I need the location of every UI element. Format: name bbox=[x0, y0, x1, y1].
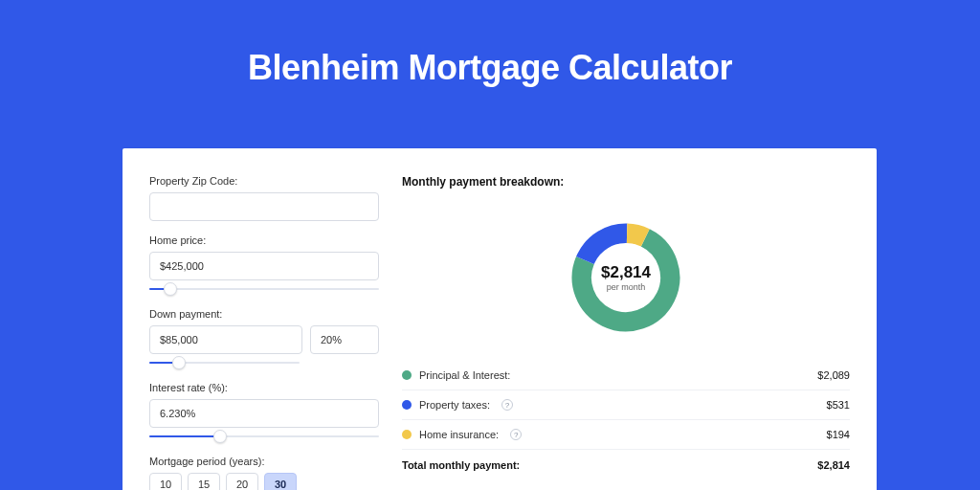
field-period: Mortgage period (years): 10152030 bbox=[149, 456, 379, 490]
period-btn-30[interactable]: 30 bbox=[264, 473, 297, 490]
breakdown-row: Principal & Interest:$2,089 bbox=[402, 360, 850, 390]
interest-input[interactable] bbox=[149, 399, 379, 428]
legend-dot bbox=[402, 370, 412, 380]
period-btn-15[interactable]: 15 bbox=[188, 473, 220, 490]
total-value: $2,814 bbox=[817, 459, 850, 471]
breakdown-row-value: $2,089 bbox=[817, 369, 850, 381]
breakdown-row: Property taxes:?$531 bbox=[402, 390, 850, 419]
home-price-input[interactable] bbox=[149, 252, 379, 280]
field-down-payment: Down payment: bbox=[149, 308, 379, 368]
calculator-card: Property Zip Code: Home price: Down paym… bbox=[122, 148, 877, 490]
interest-label: Interest rate (%): bbox=[149, 382, 379, 393]
down-payment-pct-input[interactable] bbox=[310, 325, 379, 354]
breakdown-total-row: Total monthly payment: $2,814 bbox=[402, 449, 850, 480]
legend-dot bbox=[402, 400, 412, 410]
down-payment-label: Down payment: bbox=[149, 308, 379, 320]
field-interest: Interest rate (%): bbox=[149, 382, 379, 442]
total-label: Total monthly payment: bbox=[402, 459, 520, 471]
down-payment-amount-input[interactable] bbox=[149, 325, 302, 354]
down-payment-slider[interactable] bbox=[149, 357, 300, 368]
home-price-slider-thumb[interactable] bbox=[164, 282, 177, 296]
breakdown-title: Monthly payment breakdown: bbox=[402, 175, 850, 189]
period-options: 10152030 bbox=[149, 473, 379, 490]
breakdown-row-label: Principal & Interest: bbox=[419, 369, 510, 381]
donut-amount: $2,814 bbox=[601, 263, 651, 282]
donut-chart-area: $2,814 per month bbox=[402, 198, 850, 356]
interest-slider[interactable] bbox=[149, 431, 379, 442]
interest-slider-thumb[interactable] bbox=[213, 430, 227, 443]
form-column: Property Zip Code: Home price: Down paym… bbox=[149, 175, 379, 490]
breakdown-row-label: Home insurance: bbox=[419, 429, 499, 440]
page-title: Blenheim Mortgage Calculator bbox=[0, 48, 980, 88]
breakdown-row: Home insurance:?$194 bbox=[402, 419, 850, 449]
period-btn-20[interactable]: 20 bbox=[226, 473, 258, 490]
help-icon[interactable]: ? bbox=[501, 399, 513, 411]
breakdown-row-value: $194 bbox=[827, 429, 850, 440]
field-zip: Property Zip Code: bbox=[149, 175, 379, 221]
down-payment-slider-thumb[interactable] bbox=[172, 356, 186, 369]
zip-label: Property Zip Code: bbox=[149, 175, 379, 187]
legend-dot bbox=[402, 430, 412, 439]
zip-input[interactable] bbox=[149, 192, 379, 221]
field-home-price: Home price: bbox=[149, 234, 379, 295]
help-icon[interactable]: ? bbox=[510, 429, 522, 440]
breakdown-row-value: $531 bbox=[827, 399, 850, 411]
donut-sub: per month bbox=[607, 282, 646, 292]
breakdown-row-label: Property taxes: bbox=[419, 399, 490, 411]
home-price-slider[interactable] bbox=[149, 283, 379, 295]
donut-chart: $2,814 per month bbox=[568, 219, 684, 336]
period-label: Mortgage period (years): bbox=[149, 456, 379, 467]
home-price-label: Home price: bbox=[149, 234, 379, 246]
interest-slider-fill bbox=[149, 435, 220, 437]
breakdown-list: Principal & Interest:$2,089Property taxe… bbox=[402, 360, 850, 449]
period-btn-10[interactable]: 10 bbox=[149, 473, 182, 490]
breakdown-column: Monthly payment breakdown: $2,814 per mo… bbox=[402, 175, 850, 490]
